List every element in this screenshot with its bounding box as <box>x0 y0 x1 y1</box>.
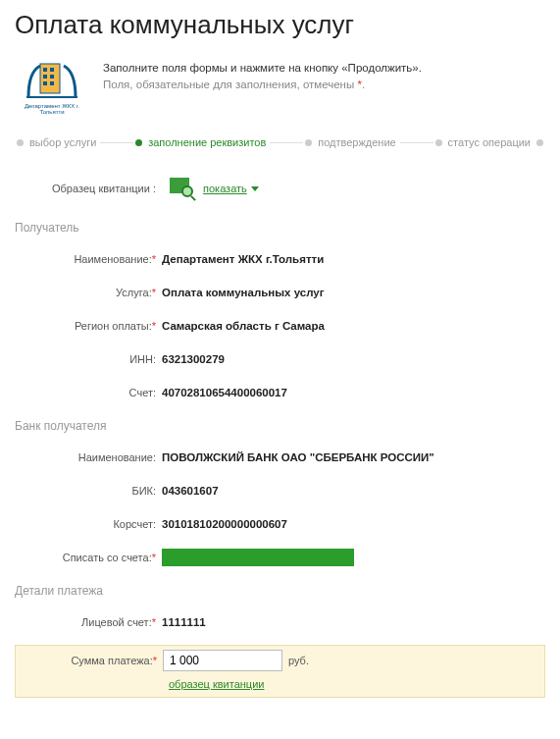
step-dot <box>435 139 442 146</box>
intro-line1: Заполните поля формы и нажмите на кнопку… <box>103 60 422 77</box>
amount-input[interactable] <box>163 650 282 671</box>
from-account-select[interactable] <box>162 549 354 566</box>
step-dot <box>305 139 312 146</box>
svg-rect-6 <box>50 81 54 85</box>
page-title: Оплата коммунальных услуг <box>15 10 545 40</box>
step-dot <box>17 139 24 146</box>
svg-rect-2 <box>50 68 54 72</box>
bik-value: 043601607 <box>162 485 219 497</box>
personal-acc-value: 1111111 <box>162 616 206 628</box>
account-value: 40702810654400060017 <box>162 387 287 398</box>
chevron-down-icon <box>251 186 259 191</box>
intro-block: Департамент ЖКХ г. Тольятти Заполните по… <box>15 58 545 117</box>
step-choose: выбор услуги <box>25 136 100 148</box>
step-confirm: подтверждение <box>314 136 399 148</box>
service-label: Услуга:* <box>15 287 162 298</box>
receipt-icon <box>170 178 195 199</box>
step-status: статус операции <box>444 136 535 148</box>
svg-rect-3 <box>43 75 47 79</box>
amount-box: Сумма платежа:* руб. образец квитанции <box>15 645 545 698</box>
from-account-label: Списать со счета:* <box>15 552 162 563</box>
service-value: Оплата коммунальных услуг <box>162 287 324 298</box>
section-bank: Банк получателя <box>15 415 545 433</box>
inn-label: ИНН: <box>15 353 162 365</box>
region-value: Самарская область г Самара <box>162 320 325 332</box>
personal-acc-label: Лицевой счет:* <box>15 616 162 628</box>
step-dot <box>536 139 543 146</box>
bik-label: БИК: <box>15 485 162 497</box>
receipt-sample-label: Образец квитанции : <box>15 183 162 194</box>
region-label: Регион оплаты:* <box>15 320 162 332</box>
step-fill: заполнение реквизитов <box>144 136 270 148</box>
org-logo: Департамент ЖКХ г. Тольятти <box>15 58 89 117</box>
bank-name-value: ПОВОЛЖСКИЙ БАНК ОАО "СБЕРБАНК РОССИИ" <box>162 451 434 463</box>
amount-label: Сумма платежа:* <box>16 655 163 666</box>
svg-rect-1 <box>43 68 47 72</box>
svg-rect-4 <box>50 75 54 79</box>
corr-value: 30101810200000000607 <box>162 518 287 530</box>
bank-name-label: Наименование: <box>15 451 162 463</box>
progress-steps: выбор услуги заполнение реквизитов подтв… <box>15 136 545 148</box>
step-dot <box>135 139 142 146</box>
intro-line2: Поля, обязательные для заполнения, отмеч… <box>103 77 422 93</box>
section-details: Детали платежа <box>15 580 545 598</box>
account-label: Счет: <box>15 387 162 398</box>
recipient-name-value: Департамент ЖКХ г.Тольятти <box>162 253 324 265</box>
logo-caption: Департамент ЖКХ г. Тольятти <box>15 103 89 115</box>
receipt-sample-link[interactable]: образец квитанции <box>169 678 264 690</box>
corr-label: Корсчет: <box>15 518 162 530</box>
amount-currency: руб. <box>288 655 309 666</box>
recipient-name-label: Наименование:* <box>15 253 162 265</box>
show-receipt-link[interactable]: показать <box>203 183 247 194</box>
inn-value: 6321300279 <box>162 353 225 365</box>
svg-rect-5 <box>43 81 47 85</box>
section-recipient: Получатель <box>15 217 545 235</box>
